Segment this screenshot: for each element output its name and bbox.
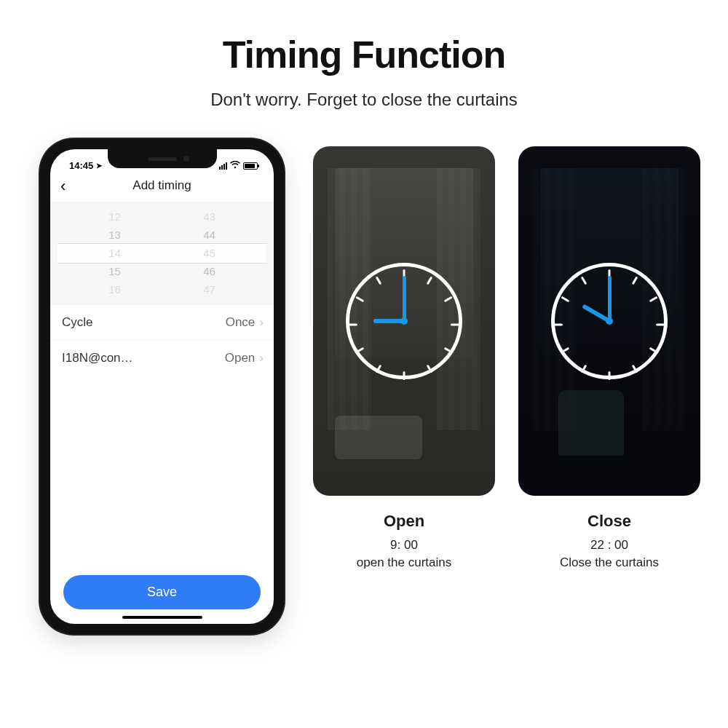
app-header: ‹ Add timing <box>50 171 274 202</box>
settings-list: Cycle Once › I18N@con… Open › <box>50 305 274 376</box>
row-label: I18N@con… <box>62 351 133 365</box>
phone-notch <box>108 149 217 168</box>
row-label: Cycle <box>62 315 93 330</box>
row-value: Once <box>226 315 256 330</box>
header-title: Add timing <box>132 178 191 193</box>
card-time: 9: 00 <box>390 538 418 553</box>
location-icon: ➤ <box>96 162 102 170</box>
card-close: Close 22 : 00 Close the curtains <box>518 146 700 570</box>
chevron-right-icon: › <box>259 315 264 330</box>
minute-column[interactable]: 43 44 45 46 47 <box>188 209 232 298</box>
signal-icon <box>219 162 227 170</box>
hour-column[interactable]: 12 13 14 15 16 <box>93 209 137 298</box>
clock-cards: Open 9: 00 open the curtains <box>313 139 700 570</box>
card-label: Open <box>384 512 424 531</box>
row-action[interactable]: I18N@con… Open › <box>50 341 274 376</box>
wifi-icon <box>230 160 240 171</box>
status-time: 14:45 <box>69 160 93 171</box>
card-desc: Close the curtains <box>560 555 659 570</box>
card-image-close <box>518 146 700 496</box>
page-subtitle: Don't worry. Forget to close the curtain… <box>210 90 518 110</box>
phone-mockup: 14:45 ➤ ‹ Add timing <box>40 139 284 634</box>
clock-close-icon <box>551 263 668 379</box>
card-open: Open 9: 00 open the curtains <box>313 146 495 570</box>
card-image-open <box>313 146 495 496</box>
clock-open-icon <box>346 263 462 379</box>
card-time: 22 : 00 <box>590 538 628 553</box>
battery-icon <box>243 162 258 170</box>
time-picker[interactable]: 12 13 14 15 16 43 44 45 46 47 <box>50 202 274 305</box>
row-value: Open <box>225 351 256 365</box>
card-label: Close <box>587 512 631 531</box>
chevron-right-icon: › <box>259 351 264 365</box>
card-desc: open the curtains <box>357 555 451 570</box>
page-title: Timing Function <box>223 33 505 76</box>
phone-screen: 14:45 ➤ ‹ Add timing <box>50 149 274 624</box>
save-button[interactable]: Save <box>63 575 261 609</box>
back-icon[interactable]: ‹ <box>60 178 66 194</box>
row-cycle[interactable]: Cycle Once › <box>50 305 274 341</box>
home-indicator[interactable] <box>122 616 202 619</box>
